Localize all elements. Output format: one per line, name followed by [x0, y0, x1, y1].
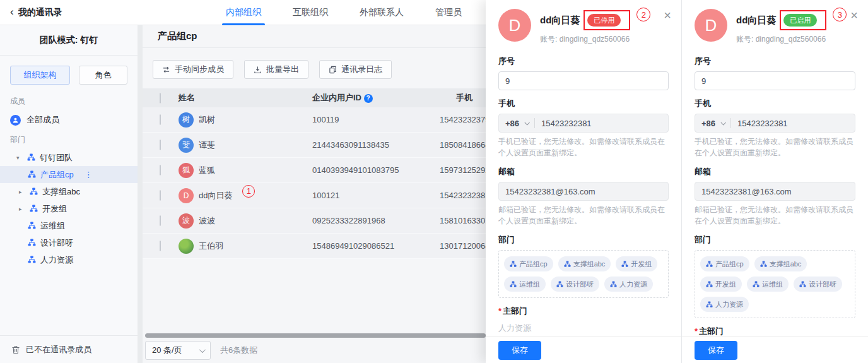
dept-tag[interactable]: 运维组: [504, 277, 546, 292]
avatar: 树: [179, 112, 194, 128]
avatar: D: [179, 188, 194, 203]
tree-item-hr-group[interactable]: 人力资源: [0, 251, 138, 268]
dept-tag[interactable]: 支撑组abc: [754, 256, 807, 271]
tab-linked-org[interactable]: 互联组织: [293, 0, 328, 25]
row-checkbox[interactable]: [160, 241, 161, 251]
row-checkbox[interactable]: [160, 190, 161, 201]
dept-tag[interactable]: 产品组cp: [700, 256, 749, 271]
serial-input[interactable]: 9: [498, 71, 669, 90]
members-section-label: 成员: [0, 91, 138, 110]
tree-item-support-group[interactable]: ▸ 支撑组abc: [0, 183, 138, 200]
dept-tag[interactable]: 人力资源: [604, 277, 653, 292]
dept-tag[interactable]: 运维组: [747, 277, 789, 292]
dept-tag[interactable]: 产品组cp: [504, 256, 553, 271]
sidebar-item-all-members[interactable]: 全部成员: [0, 110, 138, 129]
member-name[interactable]: 王伯羽: [199, 241, 223, 252]
row-checkbox[interactable]: [160, 140, 161, 150]
org-structure-button[interactable]: 组织架构: [10, 66, 70, 85]
back-chevron-icon: ‹: [10, 6, 14, 18]
tree-item-design-group[interactable]: 设计部呀: [0, 234, 138, 251]
annotation-marker-1: 1: [242, 185, 255, 198]
country-code-select: +86: [505, 119, 519, 128]
tree-item-dev-group[interactable]: ▸ 开发组: [0, 200, 138, 217]
phone-label: 手机: [498, 98, 669, 109]
horizontal-scrollbar[interactable]: [145, 333, 486, 338]
account-label: 账号: dingding_qdz560066: [736, 34, 855, 45]
dept-tag[interactable]: 设计部呀: [794, 277, 842, 292]
member-id: 0140393949101083795: [312, 165, 440, 175]
tree-item-root[interactable]: ▾ 钉钉团队: [0, 149, 138, 166]
annotation-marker-3: 3: [833, 8, 847, 21]
batch-export-button[interactable]: 批量导出: [244, 60, 308, 79]
dept-icon: [510, 261, 517, 268]
member-id: 21443463091138435: [312, 140, 440, 150]
dept-tags-box: 产品组cp 支撑组abc 开发组 运维组 设计部呀 人力资源: [498, 250, 669, 298]
member-name[interactable]: dd向日葵: [199, 190, 232, 201]
tree-item-label: 产品组cp: [40, 169, 74, 181]
email-input: 15423232381@163.com: [695, 182, 855, 201]
dept-icon: [706, 261, 713, 268]
annotation-rect: 已启用: [780, 10, 826, 30]
save-button[interactable]: 保存: [695, 341, 737, 360]
dept-icon: [28, 239, 36, 247]
select-all-checkbox[interactable]: [160, 93, 161, 104]
dept-icon: [753, 281, 760, 288]
dept-tag[interactable]: 人力资源: [700, 297, 749, 312]
removed-members-entry[interactable]: 已不在通讯录成员: [0, 335, 138, 363]
manual-sync-button[interactable]: 手动同步成员: [153, 60, 233, 79]
tab-internal-org[interactable]: 内部组织: [226, 0, 261, 25]
caret-down-icon[interactable]: ▾: [16, 155, 23, 161]
main-dept-label: *主部门: [498, 306, 669, 317]
avatar: 斐: [179, 138, 194, 153]
dept-tag[interactable]: 开发组: [700, 277, 742, 292]
member-detail-panel-stopped: D dd向日葵 已停用 2 账号: dingding_qdz560066 × 序…: [486, 0, 681, 363]
row-checkbox[interactable]: [160, 215, 161, 226]
page-size-select[interactable]: 20 条/页: [145, 341, 211, 360]
help-icon[interactable]: ?: [364, 94, 373, 103]
close-icon[interactable]: ×: [850, 9, 858, 21]
divider: [534, 118, 535, 128]
phone-input-group: +86 15423232381: [695, 114, 855, 133]
dept-tag[interactable]: 设计部呀: [551, 277, 599, 292]
caret-right-icon[interactable]: ▸: [19, 206, 25, 212]
caret-right-icon[interactable]: ▸: [19, 189, 25, 195]
dept-label: 部门: [695, 234, 855, 246]
serial-input[interactable]: 9: [695, 71, 855, 90]
save-button[interactable]: 保存: [498, 341, 541, 360]
main-dept-select[interactable]: 人力资源: [498, 323, 669, 334]
role-button[interactable]: 角色: [79, 66, 127, 85]
dept-tag[interactable]: 支撑组abc: [558, 256, 611, 271]
org-tabs: 内部组织 互联组织 外部联系人 管理员: [226, 0, 462, 25]
tree-item-product-group[interactable]: 产品组cp ⋮: [0, 166, 138, 183]
back-label: 我的通讯录: [18, 7, 62, 18]
close-icon[interactable]: ×: [664, 9, 671, 21]
main-dept-label: *主部门: [695, 326, 855, 336]
member-name[interactable]: 谭斐: [199, 140, 215, 151]
divider: [730, 118, 731, 128]
annotation-rect: 已停用: [584, 10, 630, 30]
dept-icon: [30, 187, 38, 196]
member-name[interactable]: 凯树: [199, 114, 215, 126]
member-name[interactable]: 波波: [199, 215, 215, 227]
trash-icon: [11, 345, 20, 354]
tab-admin[interactable]: 管理员: [435, 0, 462, 25]
back-button[interactable]: ‹ 我的通讯录: [10, 0, 62, 25]
more-actions-icon[interactable]: ⋮: [85, 170, 93, 179]
phone-input-group: +86 15423232381: [498, 114, 669, 133]
annotation-marker-2: 2: [636, 8, 650, 21]
dept-icon: [28, 222, 36, 230]
row-checkbox[interactable]: [160, 165, 161, 176]
member-name: dd向日葵: [540, 15, 580, 27]
avatar: 波: [179, 213, 194, 229]
tree-item-label: 设计部呀: [40, 237, 73, 249]
contact-log-button[interactable]: 通讯录日志: [319, 60, 392, 79]
account-label: 账号: dingding_qdz560066: [540, 34, 669, 45]
tab-external-contacts[interactable]: 外部联系人: [360, 0, 404, 25]
dept-icon: [564, 261, 571, 268]
dept-tag[interactable]: 开发组: [616, 256, 657, 271]
tree-item-ops-group[interactable]: 运维组: [0, 217, 138, 234]
dept-icon: [610, 281, 617, 288]
dept-section-label: 部门: [0, 129, 138, 149]
member-name[interactable]: 蓝狐: [199, 165, 215, 176]
row-checkbox[interactable]: [160, 114, 161, 125]
